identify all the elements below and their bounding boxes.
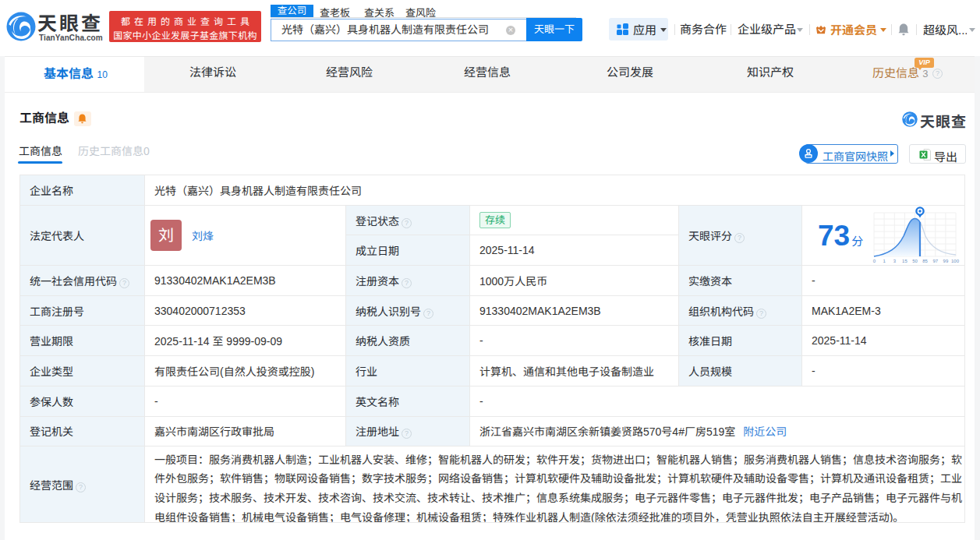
- svg-text:1: 1: [883, 259, 886, 263]
- svg-text:50: 50: [912, 259, 918, 263]
- svg-text:85: 85: [922, 259, 928, 263]
- svg-text:0: 0: [873, 259, 876, 263]
- svg-text:3: 3: [893, 259, 897, 263]
- svg-text:97: 97: [932, 259, 938, 263]
- svg-text:99: 99: [943, 259, 949, 263]
- svg-text:100: 100: [951, 259, 960, 263]
- svg-text:15: 15: [902, 259, 907, 263]
